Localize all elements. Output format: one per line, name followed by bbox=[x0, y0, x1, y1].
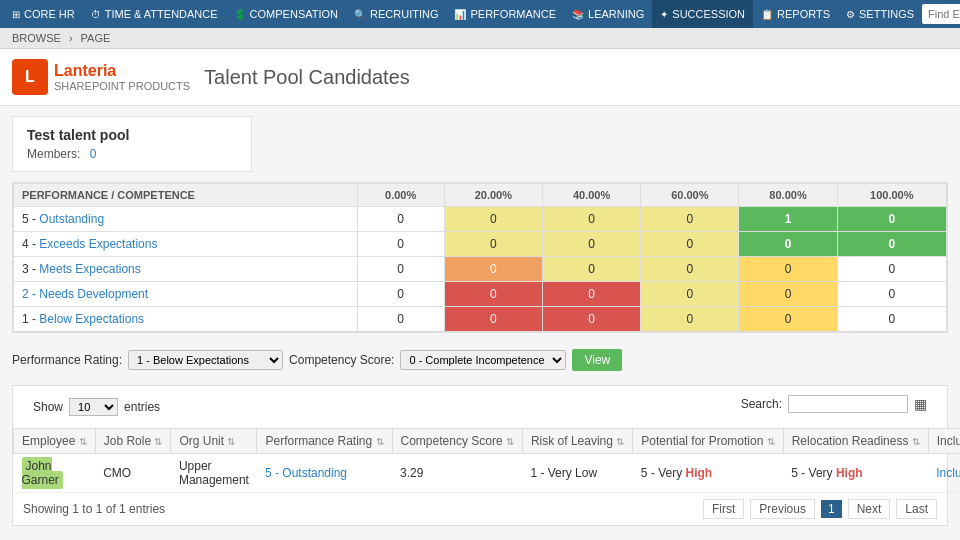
grid-cell-1-2[interactable]: 0 bbox=[542, 232, 640, 257]
grid-cell-1-0[interactable]: 0 bbox=[357, 232, 444, 257]
logo-letter: L bbox=[25, 68, 35, 86]
last-button[interactable]: Last bbox=[896, 499, 937, 519]
grid-cell-2-0[interactable]: 0 bbox=[357, 257, 444, 282]
grid-row-label-0: 5 - Outstanding bbox=[14, 207, 358, 232]
filter-row: Performance Rating: 1 - Below Expectatio… bbox=[12, 343, 948, 377]
grid-cell-0-0[interactable]: 0 bbox=[357, 207, 444, 232]
col-header-7[interactable]: Relocation Readiness ⇅ bbox=[783, 429, 928, 454]
table-cell-0-6: 5 - Very High bbox=[633, 454, 783, 493]
succession-icon: ✦ bbox=[660, 9, 668, 20]
talent-pool-box: Test talent pool Members: 0 bbox=[12, 116, 252, 172]
col-header-1[interactable]: Job Role ⇅ bbox=[95, 429, 171, 454]
grid-cell-1-4[interactable]: 0 bbox=[739, 232, 837, 257]
first-button[interactable]: First bbox=[703, 499, 744, 519]
view-button[interactable]: View bbox=[572, 349, 622, 371]
page-title: Talent Pool Candidates bbox=[204, 66, 410, 89]
grid-cell-2-5[interactable]: 0 bbox=[837, 257, 946, 282]
nav-performance[interactable]: 📊 PERFORMANCE bbox=[446, 0, 564, 28]
grid-cell-0-1[interactable]: 0 bbox=[444, 207, 542, 232]
members-label: Members: bbox=[27, 147, 80, 161]
grid-cell-2-1[interactable]: 0 bbox=[444, 257, 542, 282]
competency-score-select[interactable]: 0 - Complete Incompetence1 - Awareness2 … bbox=[400, 350, 566, 370]
table-cell-0-8[interactable]: Include bbox=[928, 454, 960, 493]
compensation-icon: 💲 bbox=[234, 9, 246, 20]
grid-row-label-3[interactable]: 2 - Needs Development bbox=[14, 282, 358, 307]
grid-cell-1-5[interactable]: 0 bbox=[837, 232, 946, 257]
grid-col-0: 0.00% bbox=[357, 184, 444, 207]
grid-table: PERFORMANCE / COMPETENCE 0.00% 20.00% 40… bbox=[13, 183, 947, 332]
grid-cell-2-4[interactable]: 0 bbox=[739, 257, 837, 282]
entries-label: entries bbox=[124, 400, 160, 414]
grid-cell-2-2[interactable]: 0 bbox=[542, 257, 640, 282]
nav-succession[interactable]: ✦ SUCCESSION bbox=[652, 0, 753, 28]
learning-icon: 📚 bbox=[572, 9, 584, 20]
grid-cell-2-3[interactable]: 0 bbox=[641, 257, 739, 282]
grid-cell-1-1[interactable]: 0 bbox=[444, 232, 542, 257]
nav-compensation-label: COMPENSATION bbox=[250, 8, 338, 20]
grid-cell-1-3[interactable]: 0 bbox=[641, 232, 739, 257]
next-button[interactable]: Next bbox=[848, 499, 891, 519]
nav-time[interactable]: ⏱ TIME & ATTENDANCE bbox=[83, 0, 226, 28]
table-cell-0-5: 1 - Very Low bbox=[522, 454, 632, 493]
previous-button[interactable]: Previous bbox=[750, 499, 815, 519]
nav-recruiting[interactable]: 🔍 RECRUITING bbox=[346, 0, 446, 28]
nav-learning-label: LEARNING bbox=[588, 8, 644, 20]
grid-col-4: 80.00% bbox=[739, 184, 837, 207]
pagination-row: Showing 1 to 1 of 1 entries First Previo… bbox=[13, 493, 947, 525]
competency-score-label: Competency Score: bbox=[289, 353, 394, 367]
grid-cell-0-3[interactable]: 0 bbox=[641, 207, 739, 232]
show-select[interactable]: 102550100 bbox=[69, 398, 118, 416]
nav-learning[interactable]: 📚 LEARNING bbox=[564, 0, 652, 28]
settings-icon: ⚙ bbox=[846, 9, 855, 20]
grid-cell-3-3[interactable]: 0 bbox=[641, 282, 739, 307]
find-employee-input[interactable] bbox=[922, 4, 960, 24]
members-count: 0 bbox=[90, 147, 97, 161]
col-header-5[interactable]: Risk of Leaving ⇅ bbox=[522, 429, 632, 454]
grid-cell-4-5[interactable]: 0 bbox=[837, 307, 946, 332]
col-header-8[interactable]: Include ⇅ bbox=[928, 429, 960, 454]
nav-succession-label: SUCCESSION bbox=[672, 8, 745, 20]
col-header-0[interactable]: Employee ⇅ bbox=[14, 429, 96, 454]
col-header-4[interactable]: Competency Score ⇅ bbox=[392, 429, 522, 454]
table-cell-0-0: John Garner bbox=[14, 454, 96, 493]
grid-cell-3-2[interactable]: 0 bbox=[542, 282, 640, 307]
grid-cell-3-1[interactable]: 0 bbox=[444, 282, 542, 307]
breadcrumb: BROWSE › PAGE bbox=[0, 28, 960, 49]
performance-rating-label: Performance Rating: bbox=[12, 353, 122, 367]
grid-cell-0-5[interactable]: 0 bbox=[837, 207, 946, 232]
breadcrumb-page[interactable]: PAGE bbox=[81, 32, 111, 44]
table-cell-0-2: Upper Management bbox=[171, 454, 257, 493]
grid-cell-4-3[interactable]: 0 bbox=[641, 307, 739, 332]
search-input[interactable] bbox=[788, 395, 908, 413]
breadcrumb-browse[interactable]: BROWSE bbox=[12, 32, 61, 44]
grid-cell-3-0[interactable]: 0 bbox=[357, 282, 444, 307]
grid-cell-4-4[interactable]: 0 bbox=[739, 307, 837, 332]
data-table-container: Show 102550100 entries Search: ▦ Employe… bbox=[12, 385, 948, 526]
grid-cell-0-4[interactable]: 1 bbox=[739, 207, 837, 232]
nav-search-area: 👤 ▦ ? HR070 ▾ ⚙ bbox=[922, 4, 960, 24]
grid-cell-3-4[interactable]: 0 bbox=[739, 282, 837, 307]
data-table: Employee ⇅Job Role ⇅Org Unit ⇅Performanc… bbox=[13, 428, 960, 493]
col-header-3[interactable]: Performance Rating ⇅ bbox=[257, 429, 392, 454]
grid-cell-3-5[interactable]: 0 bbox=[837, 282, 946, 307]
grid-col-5: 100.00% bbox=[837, 184, 946, 207]
nav-reports-label: REPORTS bbox=[777, 8, 830, 20]
grid-cell-4-1[interactable]: 0 bbox=[444, 307, 542, 332]
page-controls: First Previous 1 Next Last bbox=[703, 499, 937, 519]
nav-settings[interactable]: ⚙ SETTINGS bbox=[838, 0, 922, 28]
col-header-6[interactable]: Potential for Promotion ⇅ bbox=[633, 429, 783, 454]
logo-brand: Lanteria bbox=[54, 61, 190, 80]
grid-cell-4-0[interactable]: 0 bbox=[357, 307, 444, 332]
table-view-icon[interactable]: ▦ bbox=[914, 396, 927, 412]
current-page: 1 bbox=[821, 500, 842, 518]
nav-core-hr[interactable]: ⊞ CORE HR bbox=[4, 0, 83, 28]
performance-grid: PERFORMANCE / COMPETENCE 0.00% 20.00% 40… bbox=[12, 182, 948, 333]
grid-cell-0-2[interactable]: 0 bbox=[542, 207, 640, 232]
performance-rating-select[interactable]: 1 - Below Expectations2 - Needs Developm… bbox=[128, 350, 283, 370]
col-header-2[interactable]: Org Unit ⇅ bbox=[171, 429, 257, 454]
search-row: Search: ▦ bbox=[731, 395, 937, 419]
nav-reports[interactable]: 📋 REPORTS bbox=[753, 0, 838, 28]
grid-cell-4-2[interactable]: 0 bbox=[542, 307, 640, 332]
nav-compensation[interactable]: 💲 COMPENSATION bbox=[226, 0, 346, 28]
recruiting-icon: 🔍 bbox=[354, 9, 366, 20]
